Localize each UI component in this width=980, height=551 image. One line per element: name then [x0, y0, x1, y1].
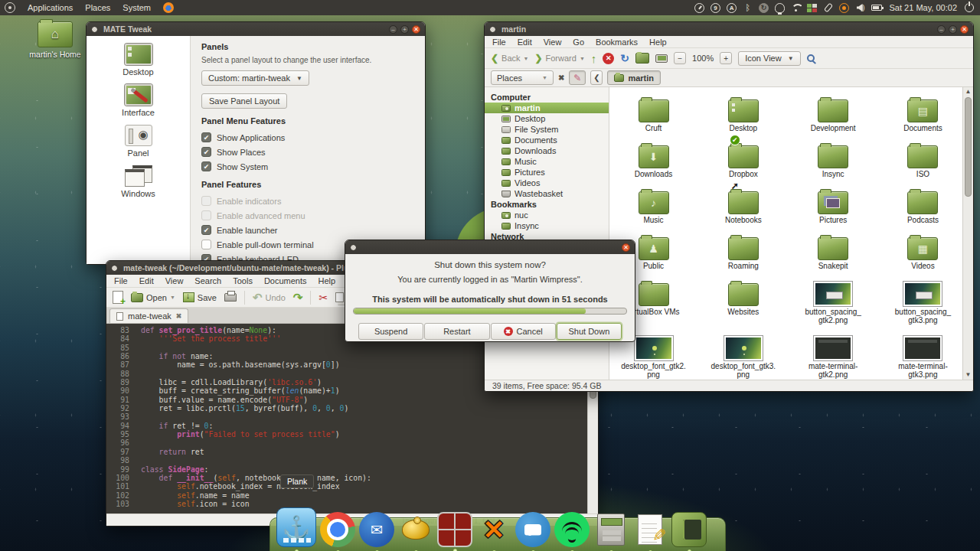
close-icon[interactable]: ✕	[622, 243, 630, 252]
scroll-up-icon[interactable]: ▲	[963, 87, 973, 96]
close-icon[interactable]: ✕	[960, 25, 969, 34]
menu-item[interactable]: View	[165, 276, 184, 285]
checkbox[interactable]	[201, 196, 211, 206]
checkbox[interactable]	[201, 225, 211, 235]
menu-item[interactable]: Go	[573, 37, 584, 47]
file-item[interactable]: mate-terminal- gtk3.png	[884, 331, 962, 380]
file-item[interactable]: ♪ Music	[614, 185, 693, 231]
dock-icon[interactable]	[515, 512, 550, 547]
menu-item[interactable]: Edit	[518, 37, 532, 47]
sidebar-row[interactable]: martin	[485, 103, 609, 113]
file-item[interactable]: Snakepit	[794, 231, 873, 277]
file-item[interactable]: ▦ Videos	[884, 231, 962, 277]
cancel-button[interactable]: ✖Cancel	[491, 323, 556, 340]
dock-icon[interactable]: ✉	[359, 512, 394, 547]
checkbox-row[interactable]: Show System	[201, 159, 414, 174]
checkbox-row[interactable]: Show Applications	[201, 130, 414, 145]
tray-icon[interactable]	[871, 2, 882, 13]
file-item[interactable]: ✔ Dropbox	[704, 139, 782, 185]
home-icon[interactable]	[635, 53, 649, 64]
print-icon[interactable]	[224, 293, 237, 302]
desktop-icon-home[interactable]: ⌂ martin's Home	[17, 21, 93, 59]
reload-icon[interactable]: ↻	[620, 52, 629, 64]
view-mode-select[interactable]: Icon View ▼	[738, 51, 800, 66]
file-item[interactable]: ▤ Documents	[884, 93, 962, 139]
minimize-icon[interactable]: –	[937, 25, 946, 34]
tray-icon[interactable]	[775, 2, 786, 13]
file-item[interactable]: Cruft	[614, 93, 693, 139]
menu-item[interactable]: Help	[318, 276, 336, 285]
file-item[interactable]: Websites	[704, 277, 782, 331]
copy-icon[interactable]	[335, 292, 344, 302]
menu-item[interactable]: Edit	[139, 276, 154, 285]
forward-button[interactable]: ❯ Forward ▼	[534, 53, 584, 64]
panel-layout-select[interactable]: Custom: martin-tweak ▼	[201, 70, 309, 86]
zoom-in-button[interactable]: +	[720, 52, 732, 64]
file-item[interactable]: ISO	[884, 139, 962, 185]
zoom-out-button[interactable]: −	[674, 52, 686, 64]
tray-icon[interactable]: ᛒ	[743, 2, 753, 13]
mate-menu-icon[interactable]	[5, 2, 15, 13]
dock-icon[interactable]	[671, 512, 707, 547]
checkbox[interactable]	[201, 161, 211, 171]
file-item[interactable]: button_spacing_ gtk2.png	[794, 277, 873, 331]
open-button[interactable]: Open ▼	[131, 293, 175, 302]
tab-mate-tweak[interactable]: mate-tweak ✖	[109, 308, 188, 323]
back-button[interactable]: ❮ Back ▼	[491, 53, 528, 64]
dock-icon[interactable]	[593, 512, 629, 547]
undo-button[interactable]: ↶ Undo	[253, 292, 286, 303]
dock-icon[interactable]	[554, 512, 590, 547]
tray-icon[interactable]: ))	[855, 2, 866, 13]
sidebar-row[interactable]: Pictures	[485, 167, 609, 178]
sidebar-row[interactable]: nuc	[485, 210, 609, 220]
tray-icon[interactable]: A	[727, 2, 737, 13]
sidebar-row[interactable]: Desktop	[485, 113, 609, 124]
checkbox[interactable]	[201, 147, 211, 157]
tray-icon[interactable]	[823, 2, 834, 13]
sidebar-row[interactable]: Wastebasket	[485, 188, 609, 199]
computer-icon[interactable]	[655, 54, 668, 63]
edit-location-toggle[interactable]: ✎	[569, 70, 586, 85]
close-icon[interactable]: ✕	[412, 25, 420, 34]
up-icon[interactable]: ↑	[591, 52, 597, 65]
close-sidebar-icon[interactable]: ✖	[558, 73, 564, 82]
checkbox-row[interactable]: Enable launcher	[201, 223, 414, 237]
sidebar-row[interactable]: Bookmarks	[485, 199, 609, 210]
sidebar-item[interactable]: Interface	[87, 84, 190, 117]
dock-icon[interactable]: ✕	[476, 512, 511, 547]
file-item[interactable]: Development	[794, 93, 873, 139]
checkbox-row[interactable]: Show Places	[201, 145, 414, 159]
sidebar-item[interactable]: Panel	[87, 125, 190, 158]
tray-icon[interactable]	[839, 2, 850, 13]
caja-scrollbar[interactable]: ▲ ▼	[962, 87, 973, 380]
sidebar-row[interactable]: Insync	[485, 220, 609, 231]
sidebar-row[interactable]: Music	[485, 156, 609, 167]
sidebar-item[interactable]: Desktop	[87, 44, 190, 77]
sidebar-item[interactable]: Windows	[87, 165, 190, 198]
menu-item[interactable]: Bookmarks	[596, 37, 638, 47]
tray-icon[interactable]	[791, 2, 802, 13]
scrollbar-thumb[interactable]	[965, 97, 972, 197]
redo-icon[interactable]: ↷	[293, 292, 303, 303]
stop-icon[interactable]: ✕	[603, 53, 614, 64]
restart-button[interactable]: Restart	[424, 323, 489, 340]
checkbox-row[interactable]: Enable advanced menu	[201, 208, 414, 223]
sidebar-row[interactable]: File System	[485, 124, 609, 135]
new-document-icon[interactable]	[113, 291, 123, 304]
file-item[interactable]: Pictures	[794, 185, 873, 231]
menu-item[interactable]: Documents	[264, 276, 307, 285]
sidebar-row[interactable]: Computer	[485, 92, 609, 103]
menu-item[interactable]: Search	[194, 276, 221, 285]
dialog-titlebar[interactable]: ✕	[345, 240, 635, 254]
sidebar-row[interactable]: Videos	[485, 178, 609, 188]
tray-icon[interactable]: 9	[710, 2, 721, 13]
firefox-launcher-icon[interactable]	[163, 2, 174, 13]
panel-clock[interactable]: Sat 21 May, 00:02	[887, 3, 959, 12]
search-icon[interactable]	[807, 54, 815, 62]
suspend-button[interactable]: Suspend	[358, 323, 423, 340]
file-item[interactable]: Roaming	[704, 231, 782, 277]
menu-item[interactable]: File	[492, 37, 506, 47]
caja-file-view[interactable]: Cruft Desktop	[609, 87, 973, 380]
file-item[interactable]: Desktop	[704, 93, 782, 139]
menu-item[interactable]: Help	[649, 37, 667, 47]
